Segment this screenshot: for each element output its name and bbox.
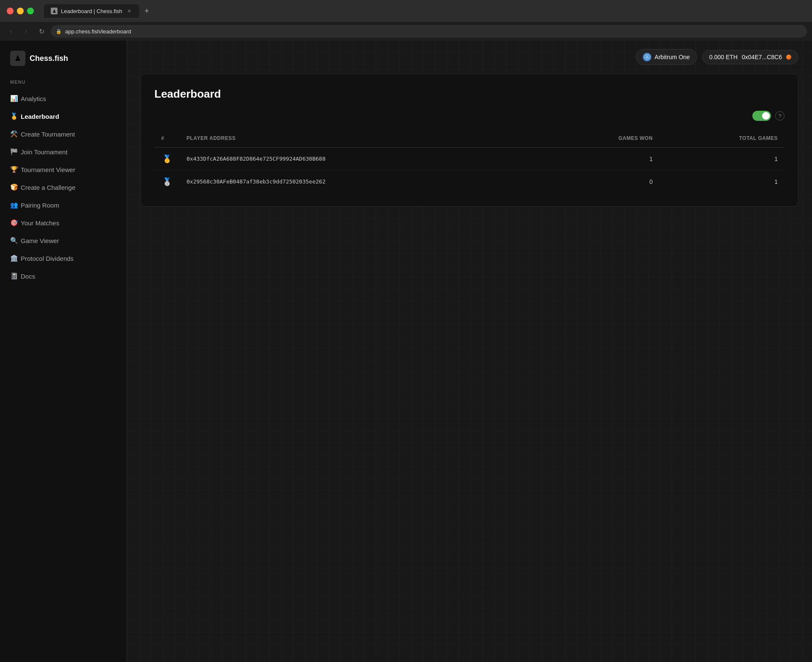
sidebar-item-label: Game Viewer [21,237,59,244]
sidebar-item-label: Docs [21,273,35,280]
main-header: Ⓐ Arbitrum One 0.000 ETH 0x04E7...C8C6 [127,41,812,74]
back-button[interactable]: ‹ [5,25,17,37]
network-icon: Ⓐ [643,53,651,61]
help-icon[interactable]: ? [775,111,785,120]
rank-cell: 🥈 [154,170,180,193]
pairing-room-icon: 👥 [10,201,18,209]
logo-text: Chess.fish [30,54,68,63]
sidebar-item-create-challenge[interactable]: 🍞 Create a Challenge [0,178,126,196]
sidebar-item-docs[interactable]: 📓 Docs [0,267,126,285]
active-tab[interactable]: ♟ Leaderboard | Chess.fish ✕ [44,4,139,18]
create-challenge-icon: 🍞 [10,183,18,191]
leaderboard-card: Leaderboard ? # PLAYER ADDRESS GAMES WON… [140,74,798,207]
sidebar: ♟ Chess.fish MENU 📊 Analytics 🥇 Leaderbo… [0,41,127,662]
main-content: Ⓐ Arbitrum One 0.000 ETH 0x04E7...C8C6 L… [127,41,812,662]
minimize-window-button[interactable] [17,8,24,14]
sidebar-item-label: Leaderboard [21,113,59,120]
sidebar-item-protocol-dividends[interactable]: 🏛️ Protocol Dividends [0,249,126,267]
title-bar: ♟ Leaderboard | Chess.fish ✕ + [0,0,812,22]
sidebar-item-label: Create a Challenge [21,184,75,191]
tab-favicon: ♟ [51,8,58,14]
sidebar-item-leaderboard[interactable]: 🥇 Leaderboard [0,107,126,125]
sidebar-item-label: Pairing Room [21,202,59,209]
close-window-button[interactable] [7,8,14,14]
app-container: ♟ Chess.fish MENU 📊 Analytics 🥇 Leaderbo… [0,41,812,662]
lock-icon: 🔒 [56,29,62,34]
browser-chrome: ♟ Leaderboard | Chess.fish ✕ + ‹ › ↻ 🔒 a… [0,0,812,41]
sidebar-logo: ♟ Chess.fish [0,51,126,79]
wallet-avatar [786,55,791,60]
sidebar-item-label: Join Tournament [21,148,68,156]
sidebar-item-label: Analytics [21,95,46,102]
network-label: Arbitrum One [655,54,690,60]
forward-button[interactable]: › [20,25,32,37]
table-row: 🥇 0x433DfcA26A688F82D864e725CF99924AD630… [154,148,785,170]
toggle-switch[interactable] [752,111,771,121]
sidebar-item-tournament-viewer[interactable]: 🏆 Tournament Viewer [0,161,126,178]
sidebar-item-join-tournament[interactable]: 🏁 Join Tournament [0,143,126,161]
protocol-dividends-icon: 🏛️ [10,254,18,262]
sidebar-item-your-matches[interactable]: 🎯 Your Matches [0,214,126,232]
sidebar-item-pairing-room[interactable]: 👥 Pairing Room [0,196,126,214]
rank-cell: 🥇 [154,148,180,170]
tournament-viewer-icon: 🏆 [10,166,18,173]
logo-icon: ♟ [10,51,25,66]
create-tournament-icon: ⚒️ [10,130,18,138]
eth-balance: 0.000 ETH [709,54,738,60]
nav-bar: ‹ › ↻ 🔒 app.chess.fish/leaderboard [0,22,812,41]
leaderboard-table: # PLAYER ADDRESS GAMES WON TOTAL GAMES 🥇… [154,131,785,193]
col-rank: # [154,131,180,148]
sidebar-item-label: Create Tournament [21,131,75,138]
sidebar-item-game-viewer[interactable]: 🔍 Game Viewer [0,232,126,249]
sidebar-item-label: Your Matches [21,219,59,227]
col-total-games: TOTAL GAMES [659,131,785,148]
sidebar-item-label: Protocol Dividends [21,255,74,262]
col-address: PLAYER ADDRESS [180,131,545,148]
tab-title: Leaderboard | Chess.fish [61,8,122,14]
sidebar-menu-label: MENU [0,79,126,90]
refresh-button[interactable]: ↻ [36,25,47,37]
network-selector[interactable]: Ⓐ Arbitrum One [636,49,697,65]
games-won-cell: 1 [545,148,659,170]
traffic-lights [7,8,34,14]
table-row: 🥈 0x29568c30AFeB0487af38eb3c9dd72502035e… [154,170,785,193]
games-won-cell: 0 [545,170,659,193]
new-tab-button[interactable]: + [141,5,153,17]
wallet-info[interactable]: 0.000 ETH 0x04E7...C8C6 [702,50,798,64]
address-bar[interactable]: 🔒 app.chess.fish/leaderboard [51,25,807,38]
wallet-address: 0x04E7...C8C6 [742,54,782,60]
tab-close-button[interactable]: ✕ [126,8,132,14]
join-tournament-icon: 🏁 [10,148,18,156]
leaderboard-title: Leaderboard [154,88,785,101]
address-bar-url: app.chess.fish/leaderboard [65,28,131,35]
toggle-knob [762,112,770,120]
col-games-won: GAMES WON [545,131,659,148]
sidebar-item-analytics[interactable]: 📊 Analytics [0,90,126,107]
docs-icon: 📓 [10,272,18,280]
sidebar-item-create-tournament[interactable]: ⚒️ Create Tournament [0,125,126,143]
total-games-cell: 1 [659,148,785,170]
game-viewer-icon: 🔍 [10,237,18,244]
analytics-icon: 📊 [10,95,18,102]
sidebar-item-label: Tournament Viewer [21,166,75,173]
leaderboard-controls: ? [154,111,785,121]
address-cell: 0x29568c30AFeB0487af38eb3c9dd72502035ee2… [180,170,545,193]
fullscreen-window-button[interactable] [27,8,34,14]
address-cell: 0x433DfcA26A688F82D864e725CF99924AD630B6… [180,148,545,170]
your-matches-icon: 🎯 [10,219,18,227]
total-games-cell: 1 [659,170,785,193]
tab-bar: ♟ Leaderboard | Chess.fish ✕ + [41,4,156,18]
leaderboard-icon: 🥇 [10,112,18,120]
